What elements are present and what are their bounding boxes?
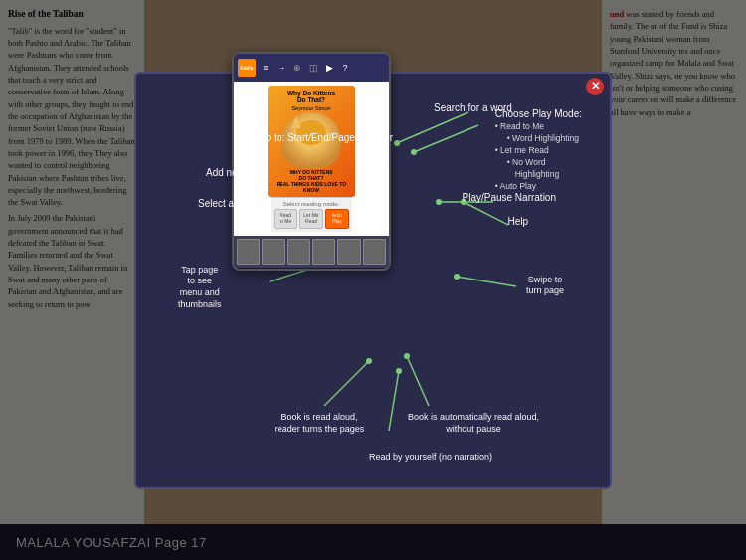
swipe-label: Swipe toturn page [526,275,564,297]
goto-label: Go to: Start/End/Page Number [258,131,393,144]
play-option-right-1: • Word Highlighting [507,133,582,144]
toolbar-icon-search[interactable]: ⊕ [290,61,304,75]
svg-point-11 [396,368,402,374]
toolbar-icons: ≡ → ⊕ ◫ ▶ ? [259,61,352,75]
thumbnail-4[interactable] [312,239,335,265]
thumbnail-6[interactable] [363,239,386,265]
fable-logo: Fable [238,59,256,77]
toolbar-icon-help[interactable]: ? [338,61,352,75]
device-toolbar: Fable ≡ → ⊕ ◫ ▶ ? [234,54,389,82]
fable-logo-text: Fable [240,65,253,71]
svg-point-5 [436,199,442,205]
svg-point-2 [411,149,417,155]
help-label: Help [507,215,528,228]
play-option-2: • Let me Read [495,145,582,156]
svg-point-8 [454,274,460,280]
play-option-right-3: Highlighting [515,169,582,180]
thumbnail-5[interactable] [337,239,360,265]
annotations-container: Fable ≡ → ⊕ ◫ ▶ ? Why Do KittensDo That?… [150,88,596,473]
read-yourself-label: Read by yourself (no narration) [369,452,492,464]
device-thumbnails [234,236,389,268]
read-to-me-button[interactable]: Readto Me [274,209,297,229]
reading-mode-buttons: Readto Me Let MeRead AutoPlay [274,209,349,229]
add-note-label: Add note [206,166,246,179]
choose-play-mode-title: Choose Play Mode: [495,108,582,119]
svg-point-10 [404,353,410,359]
modal-overlay: ✕ [0,0,746,560]
select-book-label: Select a Book [198,197,260,210]
svg-point-0 [394,140,400,146]
tap-page-label: Tap pageto seemenu andthumbnails [178,265,222,311]
let-me-read-button[interactable]: Let MeRead [299,209,323,229]
toolbar-icon-pages[interactable]: ◫ [306,61,320,75]
book-read-aloud-label: Book is read aloud,reader turns the page… [270,412,369,435]
play-option-1: • Read to Me [495,121,582,132]
auto-play-button[interactable]: AutoPlay [325,209,349,229]
device-content: Why Do KittensDo That?Seymour Simon WHY … [234,82,389,236]
thumbnail-2[interactable] [262,239,284,265]
book-auto-read-label: Book is automatically read aloud, withou… [394,412,553,435]
reading-mode-label: Select reading mode: [283,201,340,207]
book-cover-title: Why Do KittensDo That?Seymour Simon [287,90,335,112]
choose-play-mode-label: Choose Play Mode: • Read to Me • Word Hi… [495,107,582,192]
book-cover-subtitle: WHY DO KITTENSDO THAT?REAL THINGS KIDS L… [271,169,352,193]
svg-point-9 [366,358,372,364]
help-modal: ✕ [134,72,612,489]
thumbnail-3[interactable] [287,239,310,265]
play-pause-label: Play/Pause Narration [463,191,557,204]
toolbar-icon-play[interactable]: ▶ [322,61,336,75]
play-option-right-2: • No Word [507,157,582,168]
reading-mode-section: Select reading mode: Readto Me Let MeRea… [271,197,352,232]
book-device: Fable ≡ → ⊕ ◫ ▶ ? Why Do KittensDo That?… [232,52,391,271]
thumbnail-1[interactable] [237,239,260,265]
toolbar-icon-menu[interactable]: ≡ [259,61,273,75]
toolbar-icon-forward[interactable]: → [275,61,288,75]
